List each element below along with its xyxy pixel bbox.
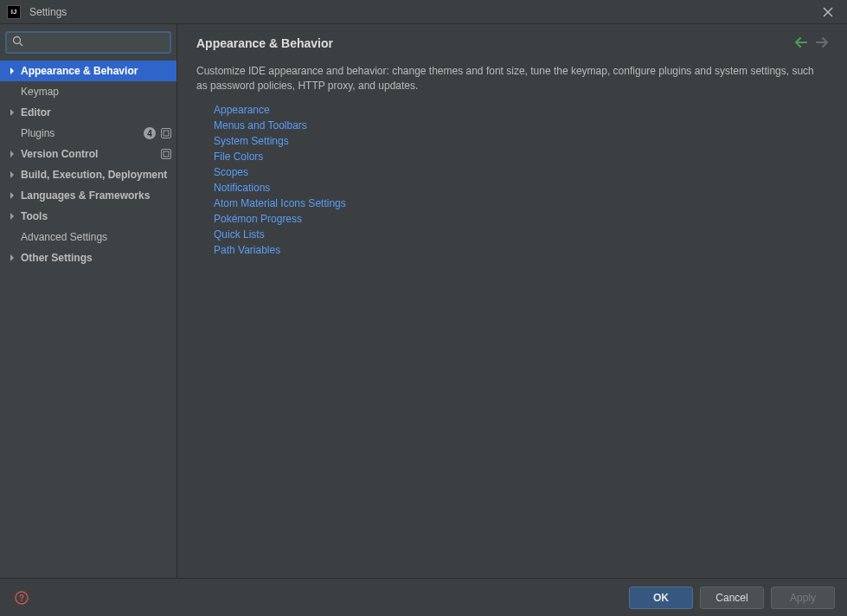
help-icon: ? [15,591,29,605]
subpage-link[interactable]: File Colors [214,151,828,163]
nav-back-button[interactable] [795,36,807,50]
svg-rect-5 [164,151,169,157]
chevron-right-icon [3,171,21,178]
apply-button[interactable]: Apply [771,587,835,609]
search-input[interactable] [27,36,164,48]
tree-item-label: Plugins [21,127,144,139]
subpage-link[interactable]: Quick Lists [214,228,828,241]
chevron-right-icon [3,192,21,199]
cancel-button[interactable]: Cancel [700,587,764,609]
close-button[interactable] [816,0,840,23]
tree-item-label: Keymap [21,86,171,98]
subpage-link[interactable]: Path Variables [214,244,828,256]
tree-item-label: Advanced Settings [21,231,171,243]
subpage-link[interactable]: System Settings [214,135,828,147]
svg-point-2 [14,37,21,44]
chevron-right-icon [3,151,21,157]
close-icon [823,7,833,17]
tree-item-label: Other Settings [21,252,171,264]
tree-item[interactable]: Plugins4 [0,123,176,144]
search-icon [12,35,23,49]
subpage-link[interactable]: Appearance [214,104,828,116]
project-settings-icon [161,149,171,159]
subpage-link[interactable]: Atom Material Icons Settings [214,197,828,209]
dialog-footer: ? OK Cancel Apply [0,578,847,616]
chevron-right-icon [3,213,21,220]
tree-item[interactable]: Version Control [0,144,176,164]
app-icon: IJ [7,5,21,19]
title-bar: IJ Settings [0,0,847,24]
arrow-right-icon [816,37,828,48]
chevron-right-icon [3,109,21,116]
help-button[interactable]: ? [12,588,31,607]
subpage-link[interactable]: Scopes [214,166,828,178]
tree-item[interactable]: Editor [0,102,176,123]
chevron-right-icon [3,67,21,74]
subpage-link[interactable]: Notifications [214,182,828,194]
update-count-badge: 4 [144,127,156,139]
sidebar: Appearance & BehaviorKeymapEditorPlugins… [0,24,177,578]
nav-forward-button[interactable] [816,36,828,50]
subpage-links: AppearanceMenus and ToolbarsSystem Setti… [214,104,828,256]
tree-item-label: Build, Execution, Deployment [21,169,171,181]
window-title: Settings [29,6,67,18]
ok-button[interactable]: OK [629,587,693,609]
tree-item[interactable]: Tools [0,206,176,227]
subpage-link[interactable]: Pokémon Progress [214,213,828,225]
svg-rect-4 [164,131,169,136]
tree-item-label: Version Control [21,148,159,160]
chevron-right-icon [3,254,21,261]
project-settings-icon [161,128,171,138]
svg-line-3 [20,43,23,47]
tree-item[interactable]: Other Settings [0,247,176,268]
settings-tree: Appearance & BehaviorKeymapEditorPlugins… [0,61,176,578]
tree-item[interactable]: Languages & Frameworks [0,185,176,206]
tree-item[interactable]: Build, Execution, Deployment [0,164,176,185]
arrow-left-icon [795,37,807,48]
tree-item-label: Editor [21,106,171,119]
main-panel: Appearance & Behavior Customize IDE appe… [177,24,847,578]
tree-item[interactable]: Appearance & Behavior [0,61,176,81]
page-title: Appearance & Behavior [196,36,333,50]
subpage-link[interactable]: Menus and Toolbars [214,119,828,132]
page-description: Customize IDE appearance and behavior: c… [196,64,819,93]
tree-item-label: Tools [21,210,171,222]
tree-item-label: Languages & Frameworks [21,189,171,202]
tree-item[interactable]: Keymap [0,81,176,102]
tree-item[interactable]: Advanced Settings [0,227,176,247]
svg-text:?: ? [19,594,24,603]
search-field[interactable] [5,31,171,54]
tree-item-label: Appearance & Behavior [21,65,171,77]
